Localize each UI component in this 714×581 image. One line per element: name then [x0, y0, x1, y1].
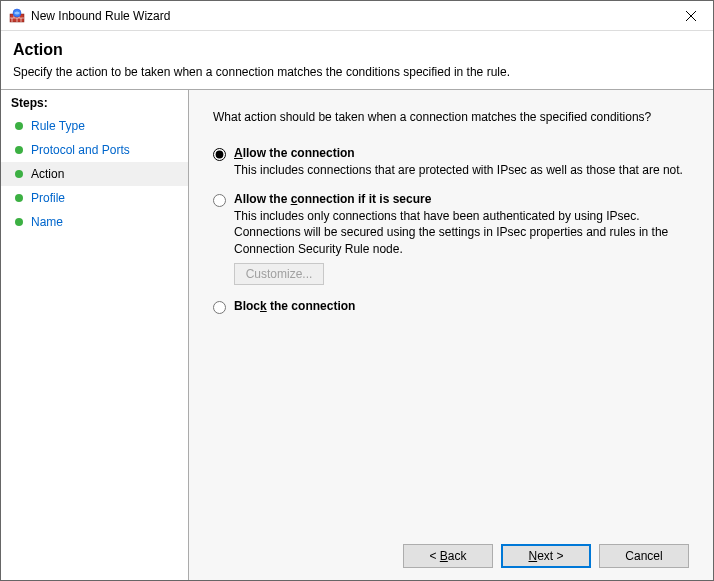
option-block-connection: Block the connection	[213, 299, 689, 314]
option-body: Allow the connection if it is secure Thi…	[234, 192, 689, 285]
step-label: Protocol and Ports	[31, 143, 130, 157]
wizard-window: New Inbound Rule Wizard Action Specify t…	[0, 0, 714, 581]
back-button[interactable]: < Back	[403, 544, 493, 568]
step-bullet-icon	[15, 170, 23, 178]
step-bullet-icon	[15, 122, 23, 130]
step-name[interactable]: Name	[1, 210, 188, 234]
titlebar: New Inbound Rule Wizard	[1, 1, 713, 31]
steps-heading: Steps:	[1, 90, 188, 114]
step-bullet-icon	[15, 194, 23, 202]
step-action[interactable]: Action	[1, 162, 188, 186]
option-title: Allow the connection if it is secure	[234, 192, 689, 206]
wizard-body: Steps: Rule Type Protocol and Ports Acti…	[1, 89, 713, 580]
radio-block-connection[interactable]	[213, 301, 226, 314]
customize-button: Customize...	[234, 263, 324, 285]
option-allow-connection: Allow the connection This includes conne…	[213, 146, 689, 178]
steps-sidebar: Steps: Rule Type Protocol and Ports Acti…	[1, 90, 189, 580]
firewall-icon	[9, 8, 25, 24]
page-title: Action	[13, 41, 701, 59]
step-rule-type[interactable]: Rule Type	[1, 114, 188, 138]
step-profile[interactable]: Profile	[1, 186, 188, 210]
step-label: Name	[31, 215, 63, 229]
option-allow-if-secure: Allow the connection if it is secure Thi…	[213, 192, 689, 285]
wizard-header: Action Specify the action to be taken wh…	[1, 31, 713, 89]
radio-allow-connection[interactable]	[213, 148, 226, 161]
option-title: Allow the connection	[234, 146, 689, 160]
option-description: This includes only connections that have…	[234, 208, 689, 257]
window-title: New Inbound Rule Wizard	[31, 9, 668, 23]
option-title: Block the connection	[234, 299, 689, 313]
step-label: Action	[31, 167, 64, 181]
option-description: This includes connections that are prote…	[234, 162, 689, 178]
step-protocol-and-ports[interactable]: Protocol and Ports	[1, 138, 188, 162]
step-bullet-icon	[15, 218, 23, 226]
next-button[interactable]: Next >	[501, 544, 591, 568]
step-label: Profile	[31, 191, 65, 205]
page-description: Specify the action to be taken when a co…	[13, 65, 701, 79]
step-label: Rule Type	[31, 119, 85, 133]
option-body: Allow the connection This includes conne…	[234, 146, 689, 178]
step-bullet-icon	[15, 146, 23, 154]
wizard-footer: < Back Next > Cancel	[213, 534, 689, 568]
option-body: Block the connection	[234, 299, 689, 313]
radio-allow-if-secure[interactable]	[213, 194, 226, 207]
action-prompt: What action should be taken when a conne…	[213, 110, 689, 124]
main-panel: What action should be taken when a conne…	[189, 90, 713, 580]
close-button[interactable]	[668, 1, 713, 30]
cancel-button[interactable]: Cancel	[599, 544, 689, 568]
